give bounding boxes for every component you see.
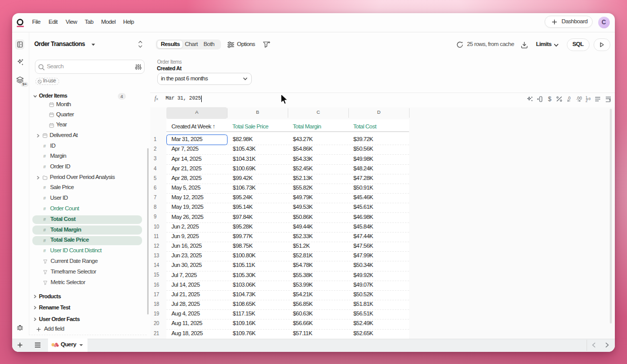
- svg-text:9: 9: [589, 97, 591, 101]
- svg-text:$: $: [548, 96, 551, 103]
- svg-text:.0: .0: [567, 96, 571, 101]
- svg-text:.00: .00: [576, 96, 583, 101]
- svg-text:2: 2: [586, 99, 588, 103]
